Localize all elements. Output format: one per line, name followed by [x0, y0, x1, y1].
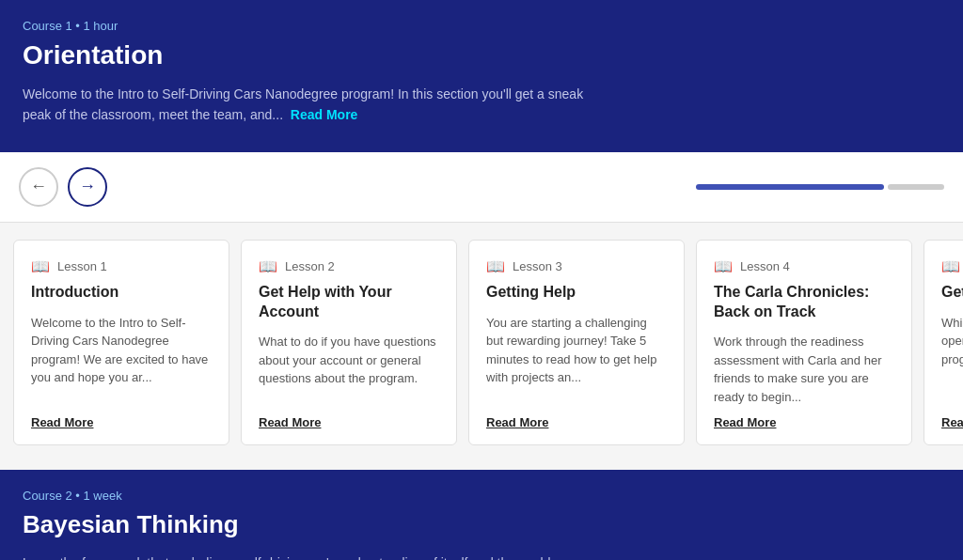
lesson4-body: Work through the readiness assessment wi…	[714, 333, 894, 406]
course2-meta: Course 2 • 1 week	[23, 489, 940, 503]
book-icon-5: 📖	[941, 257, 960, 275]
course1-meta: Course 1 • 1 hour	[23, 19, 940, 33]
lesson3-meta: 📖 Lesson 3	[486, 257, 667, 275]
lesson-card-2: 📖 Lesson 2 Get Help with Your Account Wh…	[241, 240, 457, 446]
arrow-right-icon: →	[79, 177, 96, 196]
lesson-card-4: 📖 Lesson 4 The Carla Chronicles: Back on…	[696, 240, 912, 446]
next-button[interactable]: →	[68, 167, 107, 207]
progress-fill	[696, 184, 884, 190]
course1-title: Orientation	[23, 40, 940, 70]
lesson4-read-more[interactable]: Read More	[714, 415, 894, 429]
book-icon-1: 📖	[31, 257, 50, 275]
course1-read-more-link[interactable]: Read More	[291, 107, 358, 122]
lesson5-read-more[interactable]: Read M	[941, 415, 963, 429]
lesson2-read-more[interactable]: Read More	[259, 415, 439, 429]
lesson2-meta: 📖 Lesson 2	[259, 257, 439, 275]
lesson-card-3: 📖 Lesson 3 Getting Help You are starting…	[468, 240, 685, 446]
lesson4-meta: 📖 Lesson 4	[714, 257, 894, 275]
lesson2-body: What to do if you have questions about y…	[259, 333, 439, 406]
lessons-container: 📖 Lesson 1 Introduction Welcome to the I…	[0, 223, 963, 463]
course1-description: Welcome to the Intro to Self-Driving Car…	[23, 84, 587, 126]
progress-empty	[888, 184, 944, 190]
lesson5-meta: 📖	[941, 257, 963, 275]
lesson2-title: Get Help with Your Account	[259, 283, 439, 322]
lesson1-title: Introduction	[31, 283, 212, 303]
book-icon-4: 📖	[714, 257, 733, 275]
course1-banner: Course 1 • 1 hour Orientation Welcome to…	[0, 0, 963, 152]
lesson5-title: Get D...	[941, 283, 963, 303]
nav-buttons: ← →	[19, 167, 107, 207]
course2-banner: Course 2 • 1 week Bayesian Thinking Lear…	[0, 470, 963, 560]
prev-button[interactable]: ←	[19, 167, 58, 207]
lesson3-body: You are starting a challenging but rewar…	[486, 314, 667, 407]
course2-description: Learn the framework that underlies a sel…	[23, 552, 587, 560]
lesson4-title: The Carla Chronicles: Back on Track	[714, 283, 894, 322]
book-icon-3: 📖	[486, 257, 505, 275]
lesson1-read-more[interactable]: Read More	[31, 415, 212, 429]
lesson-card-5: 📖 Get D... While s... open,... progra...…	[924, 240, 963, 446]
lesson-card-1: 📖 Lesson 1 Introduction Welcome to the I…	[13, 240, 229, 446]
navigation-row: ← →	[0, 152, 963, 223]
lesson1-meta: 📖 Lesson 1	[31, 257, 212, 275]
lesson3-read-more[interactable]: Read More	[486, 415, 667, 429]
arrow-left-icon: ←	[30, 177, 47, 196]
book-icon-2: 📖	[259, 257, 277, 275]
course2-title: Bayesian Thinking	[23, 510, 940, 539]
lesson5-body: While s... open,... progra...	[941, 314, 963, 407]
lesson1-body: Welcome to the Intro to Self-Driving Car…	[31, 314, 212, 407]
progress-bar	[696, 184, 944, 190]
lesson3-title: Getting Help	[486, 283, 667, 303]
